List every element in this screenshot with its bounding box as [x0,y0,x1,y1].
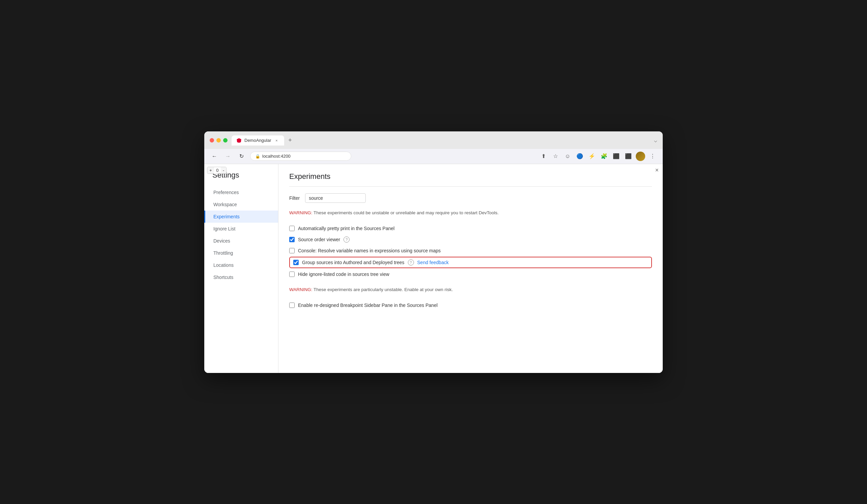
extension-button[interactable]: ⚡ [587,152,597,161]
sidebar-item-preferences[interactable]: Preferences [204,186,278,198]
warning-label-1: WARNING: [289,210,312,215]
title-bar: DemoAngular × + ⌵ [204,131,663,149]
group-sources-help-icon[interactable]: ? [408,260,414,265]
forward-button[interactable]: → [223,152,233,161]
sidebar-button[interactable]: ⬛ [624,152,633,161]
group-sources-checkbox[interactable] [293,260,299,265]
source-order-label: Source order viewer [298,237,340,242]
filter-row: Filter [289,193,652,203]
warning-text-2: WARNING: These experiments are particula… [289,286,652,293]
puzzle-button[interactable]: 🧩 [599,152,609,161]
menu-button[interactable]: ⋮ [648,152,657,161]
counter-minus-button[interactable]: - [221,167,226,174]
section-spacer [289,280,652,286]
filter-label: Filter [289,195,300,201]
nav-actions: ⬆ ☆ ☺ 🔵 ⚡ 🧩 ⬛ ⬛ ⋮ [539,152,657,161]
tab-bar: DemoAngular × + ⌵ [232,135,657,145]
sidebar-item-locations[interactable]: Locations [204,259,278,271]
back-button[interactable]: ← [210,152,219,161]
filter-input[interactable] [305,193,366,203]
angular-icon [236,138,242,143]
nav-bar: ← → ↻ 🔒 localhost:4200 ⬆ ☆ ☺ 🔵 ⚡ 🧩 ⬛ ⬛ ⋮ [204,149,663,164]
counter-widget: + 0 - [207,167,226,174]
traffic-light-red[interactable] [210,138,214,143]
source-order-help-icon[interactable]: ? [343,237,350,243]
reload-button[interactable]: ↻ [237,152,246,161]
breakpoint-sidebar-checkbox[interactable] [289,303,295,308]
pretty-print-checkbox[interactable] [289,226,295,231]
sidebar-item-throttling[interactable]: Throttling [204,247,278,259]
experiment-pretty-print: Automatically pretty print in the Source… [289,223,652,234]
flask-button[interactable]: ⬛ [611,152,621,161]
experiment-breakpoint-sidebar: Enable re-designed Breakpoint Sidebar Pa… [289,300,652,311]
settings-sidebar: Settings Preferences Workspace Experimen… [204,164,278,373]
sidebar-item-devices[interactable]: Devices [204,235,278,247]
sidebar-item-shortcuts[interactable]: Shortcuts [204,271,278,283]
translate-button[interactable]: 🔵 [575,152,585,161]
tab-close-button[interactable]: × [274,138,279,143]
hide-ignore-label: Hide ignore-listed code in sources tree … [298,272,389,277]
traffic-lights [210,138,227,143]
address-text: localhost:4200 [262,154,291,159]
console-resolve-label: Console: Resolve variable names in expre… [298,248,441,253]
share-button[interactable]: ⬆ [539,152,548,161]
panel-close-button[interactable]: × [655,167,659,174]
new-tab-button[interactable]: + [286,136,295,145]
console-resolve-checkbox[interactable] [289,248,295,253]
tab-title: DemoAngular [244,138,271,143]
warning-label-2: WARNING: [289,287,312,292]
browser-window: DemoAngular × + ⌵ ← → ↻ 🔒 localhost:4200… [204,131,663,373]
source-order-checkbox[interactable] [289,237,295,242]
pretty-print-label: Automatically pretty print in the Source… [298,226,394,231]
experiment-hide-ignore: Hide ignore-listed code in sources tree … [289,269,652,280]
active-tab[interactable]: DemoAngular × [232,135,284,145]
settings-layout: Settings Preferences Workspace Experimen… [204,164,663,373]
lock-icon: 🔒 [255,154,260,159]
breakpoint-sidebar-label: Enable re-designed Breakpoint Sidebar Pa… [298,303,438,308]
experiments-title: Experiments [289,172,652,187]
avatar[interactable] [636,152,645,161]
tab-expand-button[interactable]: ⌵ [654,137,657,143]
main-content: Experiments Filter WARNING: These experi… [278,164,663,373]
sidebar-item-experiments[interactable]: Experiments [204,210,278,223]
face-button[interactable]: ☺ [563,152,572,161]
hide-ignore-checkbox[interactable] [289,272,295,277]
sidebar-item-ignore-list[interactable]: Ignore List [204,223,278,235]
warning-text-2-body: These experiments are particularly unsta… [313,287,453,292]
experiment-source-order: Source order viewer ? [289,234,652,245]
counter-value: 0 [214,167,221,174]
experiment-group-sources: Group sources into Authored and Deployed… [289,257,652,268]
traffic-light-green[interactable] [223,138,227,143]
experiment-console-resolve: Console: Resolve variable names in expre… [289,245,652,256]
traffic-light-yellow[interactable] [216,138,221,143]
sidebar-item-workspace[interactable]: Workspace [204,198,278,210]
send-feedback-link[interactable]: Send feedback [417,260,449,265]
address-bar[interactable]: 🔒 localhost:4200 [250,152,351,161]
group-sources-label: Group sources into Authored and Deployed… [302,260,405,265]
title-bar-top: DemoAngular × + ⌵ [210,135,657,145]
counter-plus-button[interactable]: + [207,167,214,174]
warning-text-1-body: These experiments could be unstable or u… [313,210,499,215]
bookmark-button[interactable]: ☆ [551,152,560,161]
warning-text-1: WARNING: These experiments could be unst… [289,210,652,216]
devtools-panel: + 0 - × Settings Preferences Workspace E… [204,164,663,373]
